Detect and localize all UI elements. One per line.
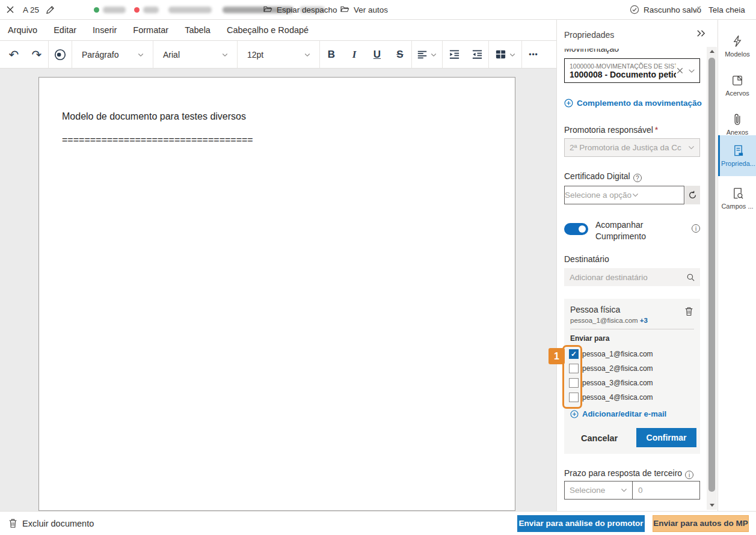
info-circle-icon[interactable]: i: [692, 224, 700, 233]
search-icon[interactable]: [686, 273, 700, 282]
movimentacao-selected: 1000008 - Documento petici: [570, 70, 676, 79]
indent-button[interactable]: [467, 44, 487, 65]
chevron-down-icon[interactable]: [687, 67, 696, 75]
prazo-unit-select[interactable]: Selecione: [564, 481, 633, 500]
redacted-text: [143, 7, 159, 13]
panel-scrollbar[interactable]: [707, 47, 717, 510]
email-checkbox-4[interactable]: [569, 393, 579, 402]
destinatario-label: Destinatário: [564, 254, 609, 264]
toolbar-separator: [72, 41, 72, 68]
email-checkbox-row: pessoa_2@fisica.com: [569, 361, 695, 376]
email-checkbox-1[interactable]: [569, 349, 579, 359]
prazo-row: Selecione: [564, 481, 700, 500]
exit-fullscreen-icon[interactable]: [693, 0, 701, 19]
delete-document-button[interactable]: Excluir documento: [8, 518, 94, 528]
email-checkbox-3[interactable]: [569, 378, 579, 388]
sidebar-item-modelos[interactable]: Modelos: [718, 28, 756, 64]
help-circle-icon[interactable]: ?: [633, 174, 642, 182]
redo-button[interactable]: ↷: [26, 44, 47, 65]
font-family-dropdown[interactable]: Arial: [157, 44, 233, 65]
close-icon[interactable]: [6, 0, 14, 19]
info-circle-icon[interactable]: i: [685, 471, 693, 479]
toolbar-separator: [153, 41, 153, 68]
acompanhar-toggle[interactable]: [564, 223, 588, 235]
acompanhar-label: Acompanhar Cumprimento: [595, 219, 646, 242]
paperclip-icon: [732, 113, 743, 126]
toolbar-separator: [442, 41, 443, 68]
document-page[interactable]: Modelo de documento para testes diversos…: [38, 77, 515, 511]
bold-button[interactable]: B: [321, 44, 342, 65]
scroll-up-arrow[interactable]: [707, 47, 717, 56]
card-divider: [570, 329, 694, 329]
red-status-dot: [134, 7, 140, 13]
enviar-para-label: Enviar para: [570, 334, 609, 343]
send-to-autos-mp-button[interactable]: Enviar para autos do MP: [653, 515, 749, 532]
more-emails-badge[interactable]: +3: [640, 317, 648, 324]
adicionar-editar-email-link[interactable]: Adicionar/editar e-mail: [570, 409, 666, 418]
movimentacao-combobox[interactable]: 1000000-MOVIMENTAÇÕES DE SISTE 1000008 -…: [564, 58, 700, 83]
format-toolbar: ↶ ↷ Parágrafo Arial 12pt B I U S •••: [0, 41, 556, 69]
recipient-email-summary: pessoa_1@fisica.com+3: [570, 317, 648, 324]
plus-circle-icon: [564, 99, 573, 108]
espiar-despacho-button[interactable]: Espiar despacho: [263, 0, 337, 19]
undo-button[interactable]: ↶: [4, 44, 24, 65]
ver-autos-button[interactable]: Ver autos: [340, 0, 388, 19]
movimentacao-group: 1000000-MOVIMENTAÇÕES DE SISTE: [570, 63, 676, 70]
folder-open-icon: [340, 5, 349, 14]
sidebar-item-propriedades[interactable]: Proprieda...: [718, 135, 756, 176]
certificado-select[interactable]: Selecione a opção: [564, 186, 684, 204]
confirm-button[interactable]: Confirmar: [636, 428, 696, 447]
align-dropdown[interactable]: [413, 44, 441, 65]
underline-button[interactable]: U: [367, 44, 387, 65]
strikethrough-button[interactable]: S: [390, 44, 410, 65]
toolbar-separator: [48, 41, 49, 68]
trash-icon[interactable]: [684, 307, 693, 316]
chevron-down-icon: [632, 191, 639, 199]
pencil-icon[interactable]: [46, 0, 55, 19]
sidebar-item-campos[interactable]: Campos ...: [718, 180, 756, 216]
panel-title: Propriedades: [564, 30, 614, 40]
menu-inserir[interactable]: Inserir: [93, 25, 117, 35]
collapse-panel-icon[interactable]: [696, 29, 706, 38]
trash-icon: [8, 518, 17, 528]
clear-selection-icon[interactable]: [676, 67, 684, 75]
italic-button[interactable]: I: [344, 44, 364, 65]
menu-editar[interactable]: Editar: [54, 25, 76, 35]
menu-tabela[interactable]: Tabela: [185, 25, 211, 35]
menu-arquivo[interactable]: Arquivo: [8, 25, 37, 35]
menu-bar: Arquivo Editar Inserir Formatar Tabela C…: [0, 20, 556, 41]
prazo-value-input[interactable]: [633, 482, 699, 499]
menu-formatar[interactable]: Formatar: [133, 25, 168, 35]
movimentacao-label: Movimentação: [564, 49, 619, 58]
sidebar-item-acervos[interactable]: Acervos: [718, 67, 756, 103]
chevron-down-icon: [687, 144, 699, 151]
document-text-line1: Modelo de documento para testes diversos: [62, 111, 515, 122]
redacted-text: [103, 7, 126, 13]
toolbar-separator: [411, 41, 412, 68]
certificado-label: Certificado Digital?: [564, 171, 642, 182]
outdent-button[interactable]: [444, 44, 464, 65]
destinatario-search-input[interactable]: [564, 273, 686, 282]
more-options-button[interactable]: •••: [523, 44, 544, 65]
preview-eye-icon[interactable]: [50, 44, 70, 65]
table-dropdown[interactable]: [490, 44, 520, 65]
email-checkbox-row: pessoa_3@fisica.com: [569, 376, 695, 390]
cancel-button[interactable]: Cancelar: [573, 430, 626, 447]
email-checkbox-2[interactable]: [569, 364, 579, 373]
fullscreen-button[interactable]: Tela cheia: [708, 0, 745, 19]
paragraph-style-dropdown[interactable]: Parágrafo: [76, 44, 149, 65]
scrollbar-thumb[interactable]: [708, 58, 715, 492]
menu-cabecalho-rodape[interactable]: Cabeçalho e Rodapé: [227, 25, 309, 35]
prazo-label: Prazo para resposta de terceiroi: [564, 468, 693, 479]
font-size-dropdown[interactable]: 12pt: [241, 44, 316, 65]
green-status-dot: [94, 7, 99, 13]
send-to-promotor-button[interactable]: Enviar para análise do promotor: [517, 515, 645, 532]
destinatario-search: [564, 268, 700, 286]
toolbar-separator: [237, 41, 238, 68]
collection-icon: [731, 75, 743, 87]
recipient-card: Pessoa física pessoa_1@fisica.com+3 Envi…: [564, 299, 700, 454]
complemento-movimentacao-link[interactable]: Complemento da movimentação: [564, 99, 702, 108]
redacted-text: [168, 7, 212, 13]
refresh-certificates-button[interactable]: [685, 186, 700, 204]
scroll-down-arrow[interactable]: [707, 501, 717, 510]
